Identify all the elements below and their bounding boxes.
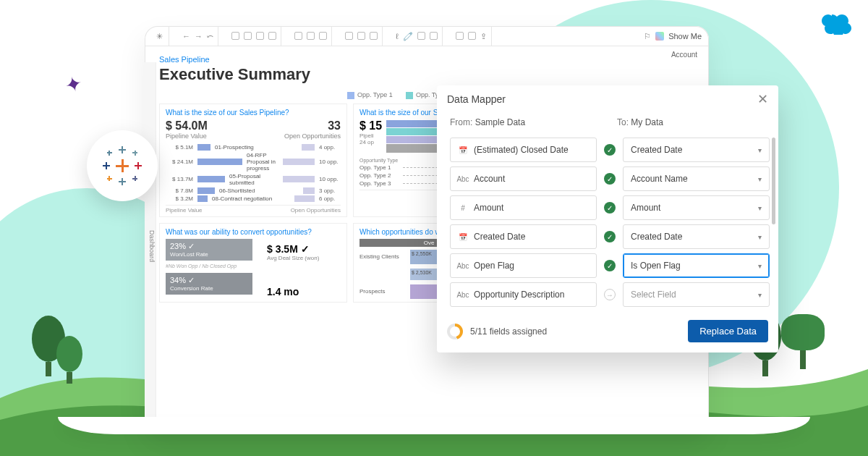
new-sheet-icon[interactable]	[244, 32, 252, 40]
salesforce-logo	[819, 10, 854, 38]
font-icon[interactable]: ℓ	[396, 32, 399, 40]
source-field[interactable]: 📅 (Estimated) Closed Date	[450, 138, 597, 162]
duplicate-icon[interactable]	[256, 32, 264, 40]
pipeline-row[interactable]: $ 24.1M 04-RFP Proposal in progress 10 o…	[166, 152, 341, 172]
present-icon[interactable]	[468, 32, 476, 40]
row-label: Prospects	[359, 288, 406, 295]
type-icon: 📅	[458, 146, 468, 154]
mapping-row: Abc Opportunity Description → Select Fie…	[450, 282, 770, 307]
source-field[interactable]: Abc Account	[450, 166, 597, 191]
fit-icon[interactable]	[456, 32, 464, 40]
destination-field-select[interactable]: Created Date▾	[623, 138, 770, 162]
kpi-open-opps: 33	[284, 119, 341, 132]
undo-icon[interactable]: ←	[182, 32, 190, 40]
kpi-label: Pipeli	[359, 132, 382, 139]
kpi-value: $ 15	[359, 119, 382, 132]
kpi-pipeline-value: $ 54.0M	[166, 119, 208, 132]
kpi-avg-deal: $ 3.5M ✓	[267, 243, 319, 255]
save-icon[interactable]	[231, 32, 239, 40]
revert-icon[interactable]: ⤺	[207, 32, 213, 40]
replace-data-button[interactable]: Replace Data	[688, 320, 768, 342]
source-field[interactable]: Abc Open Flag	[450, 253, 597, 278]
progress-ring	[447, 324, 463, 339]
kpi-label: Pipeline Value	[166, 132, 208, 140]
check-icon: ✓	[604, 231, 616, 242]
to-label: To:	[617, 117, 629, 127]
data-mapper-modal: Data Mapper ✕ From: Sample Data To: My D…	[437, 85, 778, 352]
panel-question: What was our ability to convert opportun…	[166, 228, 341, 236]
kpi-label: Avg Deal Size (won)	[267, 255, 319, 261]
check-icon: ✓	[604, 173, 616, 185]
pipeline-row[interactable]: $ 7.8M 06-Shortlisted 3 opp.	[166, 187, 341, 194]
destination-field-select[interactable]: Account Name▾	[623, 166, 770, 191]
logo-icon: ✳	[156, 32, 164, 40]
destination-field-select[interactable]: Select Field▾	[623, 282, 770, 307]
type-icon: Abc	[458, 291, 468, 299]
scrollbar-thumb[interactable]	[772, 138, 775, 224]
worksheet-icon[interactable]	[357, 32, 365, 40]
side-tab-dashboard[interactable]: Dashboard	[145, 62, 156, 424]
type-icon: 📅	[458, 233, 468, 241]
row-label: Existing Clients	[359, 253, 406, 260]
pipeline-row[interactable]: $ 13.7M 05-Proposal submitted 10 opp.	[166, 173, 341, 186]
mapping-row: 📅 (Estimated) Closed Date ✓ Created Date…	[450, 138, 770, 162]
chevron-down-icon: ▾	[758, 262, 762, 270]
pipeline-row[interactable]: $ 3.2M 08-Contract negotiation 6 opp.	[166, 195, 341, 202]
from-label: From:	[450, 117, 472, 127]
page-title: Executive Summary	[159, 65, 705, 84]
sort-asc-icon[interactable]	[307, 32, 315, 40]
chevron-down-icon: ▾	[758, 146, 762, 154]
breadcrumb[interactable]: Sales Pipeline	[159, 55, 705, 64]
close-icon[interactable]: ✕	[757, 93, 768, 106]
chevron-down-icon: ▾	[758, 204, 762, 212]
type-icon: Abc	[458, 262, 468, 270]
panel-conversion: What was our ability to convert opportun…	[159, 223, 347, 303]
check-icon: ✓	[604, 202, 616, 214]
footnote: #Nb Won Opp / Nb Closed Opp	[166, 263, 252, 269]
tool-icon[interactable]	[417, 32, 425, 40]
check-icon: ✓	[604, 260, 616, 271]
rate-conversion: 34% ✓Conversion Rate	[166, 273, 252, 295]
destination-field-select[interactable]: Created Date▾	[623, 224, 770, 249]
laptop-base	[58, 417, 810, 434]
progress-text: 5/11 fields assigned	[470, 326, 547, 337]
type-icon: #	[458, 204, 468, 212]
attach-icon[interactable]: 🧷	[403, 32, 413, 40]
destination-field-select[interactable]: Is Open Flag▾	[623, 253, 770, 278]
source-field[interactable]: 📅 Created Date	[450, 224, 597, 249]
rate-won-lost: 23% ✓Won/Lost Rate	[166, 239, 252, 261]
tree-decor	[781, 314, 825, 369]
arrow-icon: →	[604, 289, 616, 300]
sort-desc-icon[interactable]	[319, 32, 327, 40]
clear-icon[interactable]	[268, 32, 276, 40]
kpi-label: Open Opportunities	[284, 132, 341, 140]
pipeline-row[interactable]: $ 5.1M 01-Prospecting 4 opp.	[166, 144, 341, 151]
legend-item: Opp. Type 1	[347, 91, 393, 99]
dashboard-icon[interactable]	[370, 32, 378, 40]
share-icon[interactable]: ⇪	[480, 32, 487, 40]
mapping-row: # Amount ✓ Amount▾	[450, 195, 770, 220]
chevron-down-icon: ▾	[758, 175, 762, 183]
source-field[interactable]: Abc Opportunity Description	[450, 282, 597, 307]
show-me-icon[interactable]	[655, 32, 664, 41]
toolbar: ✳ ← → ⤺ ℓ 🧷	[145, 26, 709, 46]
type-icon: Abc	[458, 175, 468, 183]
swap-icon[interactable]	[294, 32, 302, 40]
check-icon: ✓	[604, 144, 616, 156]
tableau-logo-chip	[87, 130, 158, 201]
mapping-row: 📅 Created Date ✓ Created Date▾	[450, 224, 770, 249]
tool-icon[interactable]	[430, 32, 438, 40]
redo-icon[interactable]: →	[195, 32, 203, 40]
guide-icon[interactable]: ⚐	[644, 32, 651, 40]
tree-decor	[56, 336, 82, 384]
modal-title: Data Mapper	[447, 93, 506, 105]
destination-field-select[interactable]: Amount▾	[623, 195, 770, 220]
kpi-months: 1.4 mo	[267, 286, 319, 297]
to-value: My Data	[631, 117, 663, 127]
show-me-label[interactable]: Show Me	[668, 32, 702, 41]
axis-label: Pipeline Value	[166, 207, 203, 214]
kpi-label: 24 op	[359, 139, 382, 145]
source-field[interactable]: # Amount	[450, 195, 597, 220]
mapping-row: Abc Open Flag ✓ Is Open Flag▾	[450, 253, 770, 278]
group-icon[interactable]	[345, 32, 353, 40]
